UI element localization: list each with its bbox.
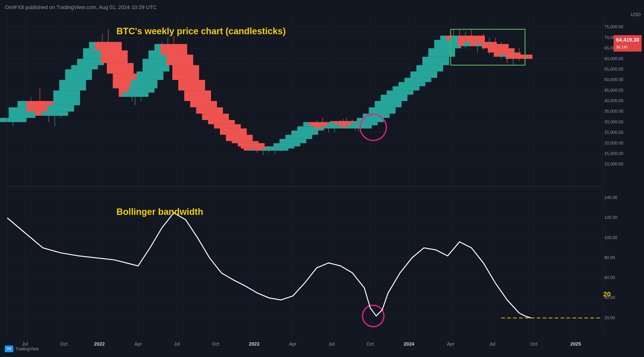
chart-container: OmiFX8 published on TradingView.com, Aug… <box>0 0 644 357</box>
brand-name: TradingView <box>15 346 39 352</box>
chart-title: BTC's weekly price chart (candlesticks) <box>116 26 286 36</box>
current-price: 64,419.30 <box>616 37 639 43</box>
tv-icon: TV <box>5 346 13 352</box>
currency-label: USD <box>631 12 641 17</box>
price-badge: 64,419.30 3d 14h <box>614 35 642 52</box>
tradingview-logo: TV TradingView <box>5 346 39 352</box>
value-marker: 20 <box>603 290 611 298</box>
header-text: OmiFX8 published on TradingView.com, Aug… <box>5 4 156 10</box>
time-label: 3d 14h <box>616 45 628 49</box>
bollinger-title: Bollinger bandwidth <box>116 207 203 217</box>
